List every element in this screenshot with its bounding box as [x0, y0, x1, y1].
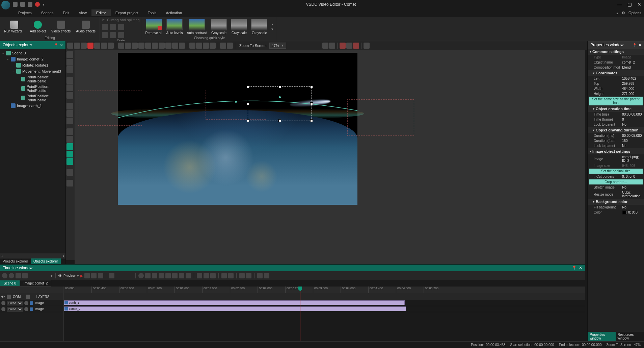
tree-item[interactable]: -Scene 0: [0, 50, 65, 56]
tb-u2-icon[interactable]: [346, 43, 352, 49]
prop-left[interactable]: 1058.402: [621, 77, 644, 80]
tb-forward-icon[interactable]: [203, 43, 209, 49]
tab-objects-explorer[interactable]: Objects explorer: [31, 258, 61, 264]
tool-reverse-icon[interactable]: [110, 32, 116, 38]
run-wizard-button[interactable]: Run Wizard...: [2, 20, 27, 34]
prop-pin-icon[interactable]: 📍: [633, 43, 637, 47]
style-grayscale-3[interactable]: Grayscale: [250, 19, 269, 35]
tl-link-icon[interactable]: [257, 273, 263, 278]
tb-copy-icon[interactable]: [74, 43, 80, 49]
preview-canvas[interactable]: [118, 53, 357, 188]
tb-align-mid-icon[interactable]: [145, 43, 151, 49]
action-orig-size[interactable]: Set the original size: [589, 169, 643, 174]
track-blend-select[interactable]: Blend: [7, 301, 23, 305]
tool-speed-icon[interactable]: [102, 32, 108, 38]
tb-same-h-icon[interactable]: [179, 43, 185, 49]
tool-crop-icon[interactable]: [102, 24, 108, 30]
track-earth[interactable]: earth_1: [64, 300, 585, 306]
tl-pin-icon[interactable]: 📍: [572, 266, 577, 270]
styles-more-icon[interactable]: ▴▾: [270, 22, 275, 31]
tb-backward-icon[interactable]: [210, 43, 216, 49]
tool-video-icon[interactable]: [66, 158, 73, 165]
tree-item[interactable]: -Movement: Movement3: [0, 68, 65, 74]
tool-tooltip-icon[interactable]: [66, 110, 73, 117]
tb-align-top-icon[interactable]: [138, 43, 144, 49]
timeline-ruler[interactable]: 00.00000:00.40000:00.80000:01.20000:01.6…: [64, 287, 585, 293]
prop-resize-mode[interactable]: Cubic interpolation: [621, 191, 644, 198]
style-grayscale-1[interactable]: Grayscale: [209, 19, 228, 35]
tb-same-w-icon[interactable]: [172, 43, 178, 49]
prop-color[interactable]: 0; 0; 0: [621, 210, 644, 214]
prop-lock-2[interactable]: No: [621, 144, 644, 148]
tool-pointer-icon[interactable]: [66, 51, 73, 58]
tool-counter-icon[interactable]: [66, 169, 73, 176]
tool-text-icon[interactable]: [66, 103, 73, 109]
tl-tab-image[interactable]: Image: comet_2: [20, 280, 52, 287]
tl-lock-header-icon[interactable]: [7, 295, 11, 299]
prop-lock-1[interactable]: No: [621, 123, 644, 126]
tl-mark3-icon[interactable]: [210, 273, 216, 278]
qat-save-icon[interactable]: [20, 2, 25, 7]
tl-rect-icon[interactable]: [16, 273, 21, 278]
tl-pause-icon[interactable]: [165, 273, 171, 278]
tb-ungroup-icon[interactable]: [227, 43, 233, 49]
tl-trim-icon[interactable]: [246, 273, 251, 278]
handle-bl[interactable]: [247, 119, 249, 122]
tb-align-right-icon[interactable]: [132, 43, 138, 49]
track-comet[interactable]: comet_2: [64, 306, 585, 312]
tool-pen-icon[interactable]: [66, 84, 73, 91]
tl-mark2-icon[interactable]: [204, 273, 209, 278]
tl-prev-icon[interactable]: [152, 273, 157, 278]
tab-properties[interactable]: Properties window: [588, 332, 616, 341]
help-icon[interactable]: ▴: [616, 11, 618, 15]
tl-refresh-icon[interactable]: [98, 273, 103, 278]
handle-bc[interactable]: [278, 119, 281, 122]
options-label[interactable]: Options: [628, 11, 641, 15]
tb-align-bot-icon[interactable]: [152, 43, 158, 49]
tl-tab-scene[interactable]: Scene 0: [0, 280, 20, 287]
video-effects-button[interactable]: Video effects: [49, 20, 73, 34]
tool-stab-icon[interactable]: [118, 32, 124, 38]
tool-audio-icon[interactable]: [66, 151, 73, 157]
track-vis-icon[interactable]: [24, 301, 28, 305]
scroll-right-icon[interactable]: ›: [63, 254, 64, 258]
tb-cut-icon[interactable]: [67, 43, 73, 49]
tb-snap2-icon[interactable]: [329, 43, 335, 49]
pin-icon[interactable]: 📍: [54, 43, 58, 47]
menu-edit[interactable]: Edit: [58, 9, 74, 16]
tree-item[interactable]: Image: earth_1: [0, 103, 65, 109]
tl-split-icon[interactable]: [239, 273, 245, 278]
tl-range-icon[interactable]: [91, 273, 97, 278]
prop-image[interactable]: comet.png; ID=2: [621, 155, 644, 163]
menu-tools[interactable]: Tools: [143, 9, 161, 16]
prop-height[interactable]: 271.000: [621, 92, 644, 96]
qat-open-icon[interactable]: [28, 2, 32, 7]
preview-dropdown-icon[interactable]: ▾: [77, 274, 79, 278]
tl-step-back-icon[interactable]: [159, 273, 164, 278]
tool-chat-icon[interactable]: [66, 118, 73, 124]
tool-line-icon[interactable]: [66, 77, 73, 84]
tl-eye-header-icon[interactable]: 👁: [1, 295, 5, 299]
tb-dist-v-icon[interactable]: [165, 43, 171, 49]
prop-top[interactable]: 259.768: [621, 82, 644, 85]
tb-settings-icon[interactable]: [364, 43, 370, 49]
handle-tr[interactable]: [310, 85, 313, 88]
prop-duration-ms[interactable]: 00:00:05.000: [621, 134, 644, 138]
tl-unlink-icon[interactable]: [264, 273, 269, 278]
style-grayscale-2[interactable]: Grayscale: [230, 19, 248, 35]
maximize-button[interactable]: ▢: [627, 2, 632, 7]
tl-close-icon[interactable]: ✕: [579, 266, 582, 270]
action-crop-borders[interactable]: Crop borders...: [589, 179, 643, 184]
style-remove-all[interactable]: Remove all: [144, 19, 164, 35]
clip-comet[interactable]: comet_2: [64, 306, 406, 311]
prop-stretch[interactable]: No: [621, 185, 644, 189]
qat-record-icon[interactable]: [35, 2, 40, 7]
prop-duration-frame[interactable]: 150: [621, 139, 644, 143]
track-vis-icon[interactable]: [24, 307, 28, 311]
tl-volume-icon[interactable]: [109, 273, 114, 278]
menu-view[interactable]: View: [74, 9, 91, 16]
tl-vis-header-icon[interactable]: [26, 295, 30, 299]
play-icon[interactable]: ▶: [80, 274, 83, 278]
close-button[interactable]: ✕: [637, 2, 641, 7]
tl-last-icon[interactable]: [186, 273, 191, 278]
